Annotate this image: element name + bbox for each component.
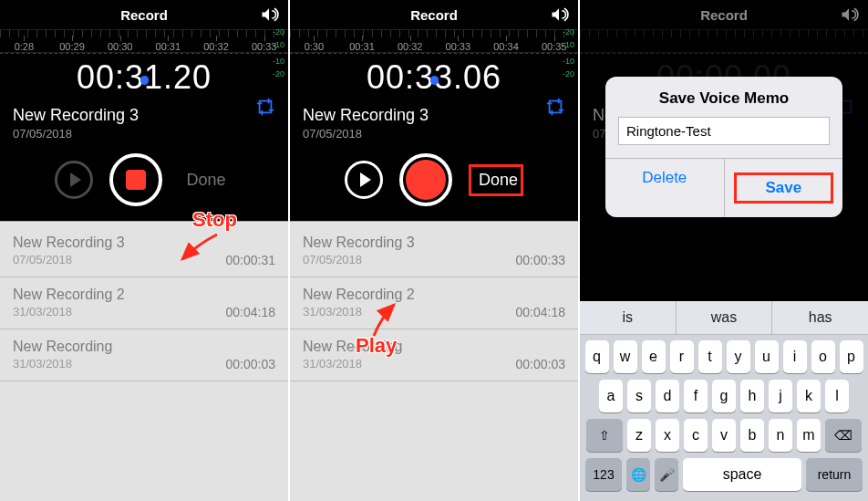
- recording-name: New Recording 3: [13, 106, 275, 125]
- key-s[interactable]: s: [627, 380, 651, 412]
- key-123[interactable]: 123: [585, 458, 622, 491]
- key-mic-icon[interactable]: 🎤: [655, 458, 678, 491]
- list-item[interactable]: New Recording 3 07/05/201800:00:31: [0, 225, 288, 277]
- save-button[interactable]: Save: [724, 159, 843, 217]
- key-c[interactable]: c: [684, 419, 708, 452]
- key-a[interactable]: a: [599, 380, 623, 412]
- suggestion-bar: is was has: [580, 301, 868, 335]
- key-t[interactable]: t: [698, 340, 722, 373]
- recording-date: 07/05/2018: [13, 127, 275, 141]
- key-l[interactable]: l: [825, 380, 849, 412]
- record-button[interactable]: [399, 153, 452, 206]
- header-title: Record: [410, 7, 458, 23]
- key-globe-icon[interactable]: 🌐: [626, 458, 650, 491]
- transport-controls: Done: [0, 144, 288, 221]
- key-return[interactable]: return: [806, 458, 863, 491]
- transport-controls: Done: [290, 144, 578, 221]
- list-item[interactable]: New Recording 2 31/03/201800:04:18: [290, 277, 578, 329]
- suggestion[interactable]: is: [580, 301, 677, 334]
- recording-date: 07/05/2018: [303, 127, 565, 141]
- key-shift[interactable]: ⇧: [586, 419, 623, 452]
- memo-name-input[interactable]: Ringtone-Test: [618, 117, 830, 145]
- key-i[interactable]: i: [783, 340, 807, 373]
- recordings-list[interactable]: New Recording 3 07/05/201800:00:33 New R…: [290, 221, 578, 501]
- trim-icon[interactable]: [255, 97, 275, 117]
- panel-recording-stop: Record 0:28 00:29 00:30 00:31 00:32 00:3…: [0, 0, 288, 501]
- suggestion[interactable]: has: [772, 301, 868, 334]
- timeline-ruler[interactable]: 0:28 00:29 00:30 00:31 00:32 00:33: [0, 29, 288, 53]
- panel-recording-done: Record 0:30 00:31 00:32 00:33 00:34 00:3…: [290, 0, 578, 501]
- key-w[interactable]: w: [614, 340, 637, 373]
- header-title: Record: [120, 7, 168, 23]
- key-u[interactable]: u: [755, 340, 779, 373]
- key-f[interactable]: f: [684, 380, 708, 412]
- key-p[interactable]: p: [840, 340, 863, 373]
- speaker-icon[interactable]: [549, 5, 569, 26]
- list-item[interactable]: New Recording 2 31/03/201800:04:18: [0, 277, 288, 329]
- key-e[interactable]: e: [642, 340, 666, 373]
- list-item[interactable]: New Recording 31/03/201800:00:03: [0, 329, 288, 381]
- save-voice-memo-alert: Save Voice Memo Ringtone-Test Delete Sav…: [605, 77, 842, 217]
- current-recording-meta: New Recording 3 07/05/2018: [290, 97, 578, 144]
- list-item[interactable]: New Recording 3 07/05/201800:00:33: [290, 225, 578, 277]
- key-n[interactable]: n: [769, 419, 792, 452]
- suggestion[interactable]: was: [677, 301, 773, 334]
- play-button: [55, 161, 93, 199]
- key-v[interactable]: v: [712, 419, 736, 452]
- current-recording-meta: New Recording 3 07/05/2018: [0, 97, 288, 144]
- key-k[interactable]: k: [797, 380, 821, 412]
- key-z[interactable]: z: [627, 419, 651, 452]
- header: Record: [290, 0, 578, 29]
- panel-save-dialog: Record 00:00.00 New Recording 3 07/05/20…: [580, 0, 868, 501]
- keyboard: is was has q w e r t y u i o p a s d f: [580, 301, 868, 501]
- speaker-icon[interactable]: [259, 5, 279, 26]
- timeline-ruler[interactable]: 0:30 00:31 00:32 00:33 00:34 00:35: [290, 29, 578, 53]
- delete-button[interactable]: Delete: [605, 159, 724, 217]
- key-d[interactable]: d: [656, 380, 679, 412]
- key-q[interactable]: q: [585, 340, 609, 373]
- stop-record-button[interactable]: [109, 153, 162, 206]
- recording-name: New Recording 3: [303, 106, 565, 125]
- header: Record: [0, 0, 288, 29]
- key-h[interactable]: h: [740, 380, 764, 412]
- done-button[interactable]: Done: [469, 164, 523, 196]
- key-r[interactable]: r: [670, 340, 694, 373]
- key-o[interactable]: o: [811, 340, 835, 373]
- key-space[interactable]: space: [683, 458, 801, 491]
- key-g[interactable]: g: [712, 380, 736, 412]
- key-b[interactable]: b: [740, 419, 764, 452]
- key-y[interactable]: y: [727, 340, 750, 373]
- alert-title: Save Voice Memo: [605, 77, 842, 117]
- key-j[interactable]: j: [769, 380, 792, 412]
- recordings-list[interactable]: New Recording 3 07/05/201800:00:31 New R…: [0, 221, 288, 501]
- done-button: Done: [179, 171, 233, 190]
- key-backspace[interactable]: ⌫: [825, 419, 862, 452]
- trim-icon[interactable]: [545, 97, 565, 117]
- key-x[interactable]: x: [656, 419, 679, 452]
- list-item[interactable]: New Recording 31/03/201800:00:03: [290, 329, 578, 381]
- play-button[interactable]: [345, 161, 383, 199]
- key-m[interactable]: m: [797, 419, 821, 452]
